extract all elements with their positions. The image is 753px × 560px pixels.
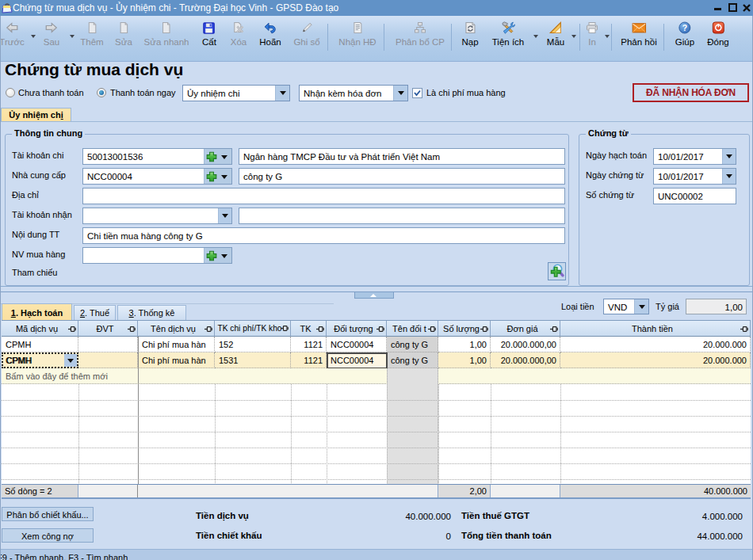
- svg-text:?: ?: [682, 23, 687, 32]
